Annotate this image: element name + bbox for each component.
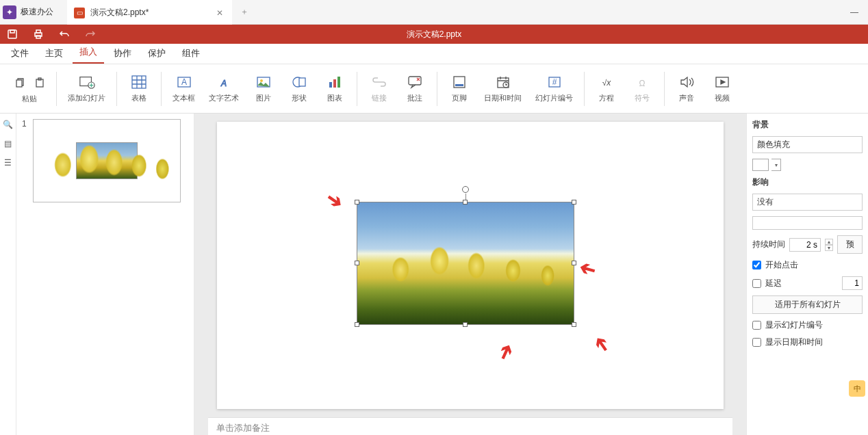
duration-input[interactable] — [789, 238, 821, 252]
svg-rect-4 — [36, 36, 40, 38]
tab-label: 演示文稿2.pptx* — [90, 7, 149, 18]
minimize-button[interactable]: — — [841, 0, 868, 25]
duration-down[interactable]: ▼ — [825, 245, 833, 251]
equation-icon: √x — [598, 74, 615, 90]
rotate-handle[interactable] — [462, 186, 469, 193]
svg-rect-10 — [132, 76, 146, 88]
effect-select[interactable]: 没有 — [752, 194, 863, 211]
svg-text:A: A — [220, 79, 227, 88]
resize-handle-t[interactable] — [463, 200, 468, 205]
menu-bar: 文件 主页 插入 协作 保护 组件 — [0, 44, 868, 64]
notes-placeholder[interactable]: 单击添加备注 — [208, 417, 732, 435]
slide-canvas[interactable]: ➔ ➔ ➔ ➔ — [217, 122, 724, 409]
bg-color-swatch[interactable] — [752, 159, 769, 171]
menu-insert[interactable]: 插入 — [73, 42, 104, 64]
redo-icon[interactable] — [84, 27, 97, 41]
svg-rect-1 — [10, 30, 14, 33]
delay-input[interactable] — [842, 276, 863, 290]
resize-handle-tl[interactable] — [355, 200, 359, 205]
resize-handle-bl[interactable] — [355, 322, 359, 327]
resize-handle-tr[interactable] — [572, 200, 576, 205]
paste-label: 粘贴 — [22, 94, 37, 104]
equation-button[interactable]: √x方程 — [591, 71, 622, 106]
save-icon[interactable] — [5, 27, 19, 41]
svg-rect-5 — [16, 80, 22, 87]
shape-button[interactable]: 形状 — [284, 71, 314, 106]
window-title: 演示文稿2.pptx — [407, 29, 462, 40]
menu-protect[interactable]: 保护 — [141, 43, 173, 64]
footer-icon — [451, 74, 468, 90]
link-button[interactable]: 链接 — [364, 71, 394, 106]
svg-text:#: # — [552, 77, 557, 87]
delay-checkbox[interactable]: 延迟 — [752, 278, 782, 289]
thumbnail-image — [76, 142, 138, 179]
textart-button[interactable]: A文字艺术 — [205, 71, 243, 106]
resize-handle-l[interactable] — [355, 261, 359, 265]
chart-button[interactable]: 图表 — [320, 71, 350, 106]
app-logo-icon: ✦ — [3, 5, 16, 19]
add-tab-button[interactable]: ＋ — [232, 0, 257, 25]
canvas-area: ➔ ➔ ➔ ➔ 单击添加备注 — [194, 114, 746, 435]
image-button[interactable]: 图片 — [248, 71, 279, 106]
sound-button[interactable]: 声音 — [672, 71, 702, 106]
clipboard-icon[interactable] — [30, 73, 49, 92]
add-slide-button[interactable]: 添加幻灯片 — [64, 71, 110, 106]
duration-label: 持续时间 — [752, 239, 785, 250]
preview-button[interactable]: 预 — [837, 235, 863, 254]
annotation-arrow: ➔ — [492, 340, 520, 364]
comment-icon — [407, 74, 423, 90]
ime-badge[interactable]: 中 — [849, 380, 865, 397]
annotation-arrow: ➔ — [577, 257, 598, 283]
symbol-button[interactable]: Ω符号 — [627, 71, 657, 106]
slide-number: 1 — [22, 119, 29, 202]
left-rail: 🔍 ▤ ☰ — [0, 114, 16, 435]
svg-rect-6 — [36, 79, 43, 87]
video-icon — [714, 74, 730, 90]
svg-text:A: A — [181, 77, 186, 87]
close-tab-button[interactable]: ✕ — [214, 8, 225, 18]
textbox-button[interactable]: A文本框 — [168, 71, 199, 106]
datetime-icon — [495, 74, 511, 90]
symbol-icon: Ω — [634, 74, 650, 90]
apply-all-button[interactable]: 适用于所有幻灯片 — [752, 295, 863, 314]
footer-button[interactable]: 页脚 — [444, 71, 474, 106]
video-button[interactable]: 视频 — [707, 71, 737, 106]
svg-rect-20 — [337, 77, 340, 88]
menu-components[interactable]: 组件 — [175, 43, 207, 64]
slidenum-icon: # — [546, 74, 563, 90]
show-datetime-checkbox[interactable]: 显示日期和时间 — [752, 337, 863, 348]
textart-icon: A — [216, 74, 232, 90]
titlebar: ✦ 极速办公 ▭ 演示文稿2.pptx* ✕ ＋ — — [0, 0, 868, 25]
bg-section-title: 背景 — [752, 119, 863, 131]
add-slide-icon — [79, 74, 95, 90]
undo-icon[interactable] — [58, 27, 71, 41]
copy-icon[interactable] — [10, 73, 29, 92]
resize-handle-b[interactable] — [463, 322, 468, 327]
shape-icon — [291, 74, 307, 90]
menu-home[interactable]: 主页 — [38, 43, 70, 64]
comment-button[interactable]: 批注 — [400, 71, 430, 106]
show-slidenum-checkbox[interactable]: 显示幻灯片编号 — [752, 319, 863, 331]
svg-rect-3 — [36, 30, 40, 33]
document-tab[interactable]: ▭ 演示文稿2.pptx* ✕ — [67, 0, 232, 25]
duration-up[interactable]: ▲ — [825, 239, 833, 245]
datetime-button[interactable]: 日期和时间 — [480, 71, 526, 106]
slide-thumbnail[interactable] — [33, 119, 181, 202]
selected-image[interactable] — [357, 202, 574, 324]
search-rail-icon[interactable]: 🔍 — [3, 119, 14, 130]
bg-color-dropdown[interactable]: ▾ — [771, 159, 781, 171]
table-button[interactable]: 表格 — [124, 71, 154, 106]
resize-handle-r[interactable] — [572, 261, 576, 265]
bg-fill-select[interactable]: 颜色填充 — [752, 136, 863, 153]
start-click-checkbox[interactable]: 开始点击 — [752, 259, 863, 271]
slides-rail-icon[interactable]: ▤ — [3, 138, 14, 149]
outline-rail-icon[interactable]: ☰ — [3, 157, 14, 168]
svg-rect-18 — [329, 82, 332, 88]
resize-handle-br[interactable] — [572, 322, 576, 327]
print-icon[interactable] — [31, 27, 45, 41]
effect-subselect[interactable] — [752, 216, 863, 230]
svg-rect-19 — [333, 79, 336, 88]
menu-collab[interactable]: 协作 — [107, 43, 138, 64]
slidenum-button[interactable]: #幻灯片编号 — [531, 71, 577, 106]
menu-file[interactable]: 文件 — [4, 43, 36, 64]
